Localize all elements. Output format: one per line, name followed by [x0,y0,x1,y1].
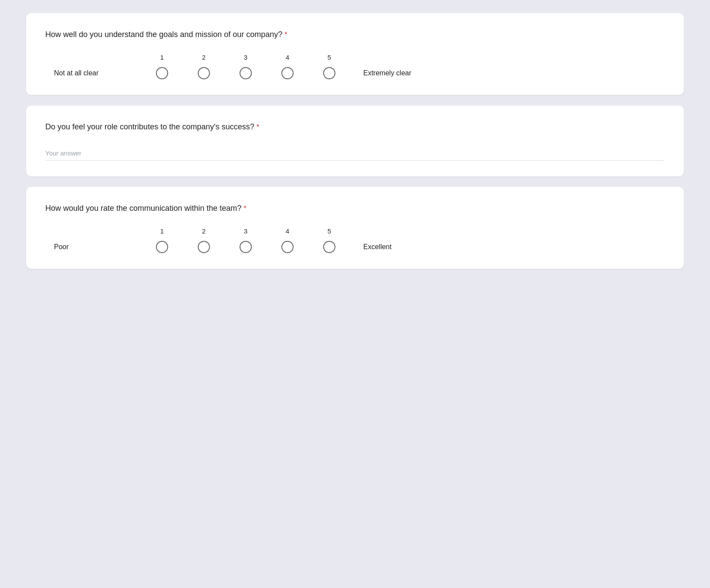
q3-num-3: 3 [225,227,267,235]
q3-num-1: 1 [141,227,183,235]
question-3-radios-row: Poor Excellent [54,241,665,253]
q3-num-2: 2 [183,227,225,235]
q1-num-2: 2 [183,54,225,61]
q3-num-5: 5 [308,227,350,235]
question-1-text: How well do you understand the goals and… [45,30,282,39]
q1-num-4: 4 [267,54,308,61]
q3-radio-2[interactable] [198,241,210,253]
q3-radio-item-1 [141,241,183,253]
question-3-text: How would you rate the communication wit… [45,204,241,213]
q1-radio-5[interactable] [323,67,335,79]
q1-num-3: 3 [225,54,267,61]
question-1-number-labels: 1 2 3 4 5 [141,54,350,61]
q3-radio-5[interactable] [323,241,335,253]
q3-num-4: 4 [267,227,308,235]
q1-radio-2[interactable] [198,67,210,79]
question-1-scale: 1 2 3 4 5 Not at all clear [45,54,665,79]
q1-radio-4[interactable] [281,67,294,79]
q3-radio-item-5 [308,241,350,253]
question-1-required: * [284,31,287,38]
question-1-radios-row: Not at all clear Extremely clear [54,67,665,79]
question-1-label-right: Extremely clear [363,69,411,77]
question-2-text-input[interactable] [45,146,665,161]
question-2-text: Do you feel your role contributes to the… [45,122,254,131]
question-3-label-left: Poor [54,243,141,251]
question-2-required: * [257,123,259,131]
question-2-answer-container [45,146,665,161]
q1-num-1: 1 [141,54,183,61]
question-1-card: How well do you understand the goals and… [26,13,684,95]
q1-radio-item-5 [308,67,350,79]
q1-radio-item-2 [183,67,225,79]
question-3-number-labels: 1 2 3 4 5 [141,227,350,235]
q3-radio-item-3 [225,241,267,253]
q1-num-5: 5 [308,54,350,61]
question-3-numbers-row: 1 2 3 4 5 [54,227,665,235]
q1-radio-1[interactable] [156,67,168,79]
question-3-label-right: Excellent [363,243,392,251]
q1-radio-item-1 [141,67,183,79]
q3-radio-4[interactable] [281,241,294,253]
question-3-required: * [243,205,246,212]
question-2-label: Do you feel your role contributes to the… [45,121,665,133]
question-1-label: How well do you understand the goals and… [45,29,665,41]
question-3-card: How would you rate the communication wit… [26,187,684,269]
question-3-scale: 1 2 3 4 5 Poor Excellent [45,227,665,253]
question-1-numbers-row: 1 2 3 4 5 [54,54,665,61]
q3-radio-3[interactable] [240,241,252,253]
question-1-label-left: Not at all clear [54,69,141,77]
q1-radio-3[interactable] [240,67,252,79]
q3-radio-1[interactable] [156,241,168,253]
question-2-card: Do you feel your role contributes to the… [26,105,684,176]
q1-radio-item-3 [225,67,267,79]
question-3-label: How would you rate the communication wit… [45,203,665,214]
q3-radio-item-4 [267,241,308,253]
q3-radio-item-2 [183,241,225,253]
q1-radio-item-4 [267,67,308,79]
